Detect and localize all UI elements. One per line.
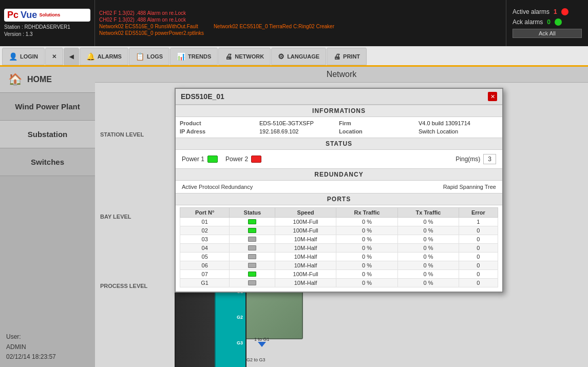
port-speed: 10M-Half (275, 261, 336, 270)
port-number: 06 (180, 261, 230, 270)
ports-table: Port N° Status Speed Rx Traffic Tx Traff… (180, 207, 498, 287)
popup-title: EDS510E_01 (181, 92, 224, 101)
sidebar: 🏠 HOME Wind Power Plant Substation Switc… (0, 67, 95, 367)
ack-alarms-label: Ack alarms (513, 18, 543, 26)
port-rx: 0 % (336, 235, 398, 244)
ack-alarms-row: Ack alarms 0 (513, 18, 582, 26)
product-value: EDS-510E-3GTXSFP (259, 120, 339, 126)
port-speed: 10M-Half (275, 244, 336, 253)
logo-area: PcVue Solutions Station : RDHDDASERVER1 … (0, 0, 95, 46)
power1-label: Power 1 (182, 156, 204, 163)
port-status-led (248, 272, 256, 277)
port-status-cell (230, 261, 275, 270)
port-speed: 10M-Half (275, 279, 336, 287)
user-info: User: ADMIN 02/12/14 18:23:57 (0, 327, 95, 367)
port-error: 0 (459, 270, 498, 279)
popup-close-button[interactable]: ✕ (488, 92, 497, 101)
ticker-line-2: CH02 F 1.3(02) .488 Alarm on re.Lock (99, 17, 502, 23)
port-rx: 0 % (336, 226, 398, 235)
port-status-cell (230, 235, 275, 244)
network-button[interactable]: 🖨 NETWORK (218, 48, 271, 65)
port-rx: 0 % (336, 270, 398, 279)
ticker-line-5: Network02 EDS510E_0 powerPower2.rptlinks (99, 30, 502, 36)
user-name: ADMIN (6, 342, 89, 352)
port-status-cell (230, 270, 275, 279)
table-row: 05 10M-Half 0 % 0 % 0 (180, 253, 498, 261)
arrow-label-1: 1 to G1 (254, 337, 270, 347)
chart-icon: 📊 (177, 52, 185, 61)
language-button[interactable]: ⚙ LANGUAGE (271, 48, 326, 65)
power2-item: Power 2 (225, 156, 261, 163)
ip-label: IP Adress (180, 128, 259, 134)
port-error: 0 (459, 235, 498, 244)
table-row: G1 10M-Half 0 % 0 % 0 (180, 279, 498, 287)
port-tx: 0 % (398, 235, 459, 244)
col-status: Status (230, 208, 275, 218)
home-button[interactable]: 🏠 HOME (0, 67, 95, 93)
power1-led (207, 156, 218, 163)
ip-value: 192.168.69.102 (259, 128, 339, 134)
alarm-panel: Active alarms 1 Ack alarms 0 Ack All (506, 0, 588, 46)
substation-button[interactable]: Substation (0, 121, 95, 148)
ack-all-button[interactable]: Ack All (513, 29, 582, 38)
ports-section: Port N° Status Speed Rx Traffic Tx Traff… (176, 205, 502, 292)
port-error: 0 (459, 261, 498, 270)
port-number: 03 (180, 235, 230, 244)
status-header: STATUS (176, 138, 502, 150)
power2-label: Power 2 (225, 156, 248, 163)
port-number: 04 (180, 244, 230, 253)
port-status-led (248, 219, 256, 224)
port-tx: 0 % (398, 261, 459, 270)
port-status-cell (230, 253, 275, 261)
ack-alarms-count: 0 (547, 18, 551, 26)
port-number: G1 (180, 279, 230, 287)
logs-button[interactable]: 📋 LOGS (129, 48, 169, 65)
back-button[interactable]: ◀ (64, 48, 79, 65)
port-speed: 100M-Full (275, 218, 336, 226)
login-button[interactable]: 👤 LOGIN (2, 48, 45, 65)
firm-value: V4.0 build 13091714 (419, 120, 498, 126)
port-error: 0 (459, 226, 498, 235)
switches-button[interactable]: Switches (0, 148, 95, 176)
logs-label: LOGS (147, 53, 163, 60)
ack-alarms-dot (555, 18, 562, 26)
port-number: 02 (180, 226, 230, 235)
port-tx: 0 % (398, 244, 459, 253)
port-rx: 0 % (336, 261, 398, 270)
port-tx: 0 % (398, 270, 459, 279)
moxa-g2-label: G2 (237, 315, 243, 320)
bay-level-label: BAY LEVEL (100, 214, 131, 220)
logo-solutions-text: Solutions (39, 12, 60, 17)
print-label: PRINT (343, 53, 360, 60)
alarms-button[interactable]: 🔔 ALARMS (80, 48, 128, 65)
logo-vue-text: Vue (21, 10, 37, 21)
nav-bar: 👤 LOGIN ✕ ◀ 🔔 ALARMS 📋 LOGS 📊 TRENDS 🖨 N… (0, 46, 588, 67)
port-number: 05 (180, 253, 230, 261)
active-alarms-dot (561, 8, 568, 15)
trends-button[interactable]: 📊 TRENDS (170, 48, 218, 65)
print-button[interactable]: 🖨 PRINT (327, 48, 367, 65)
port-number: 01 (180, 218, 230, 226)
table-row: 03 10M-Half 0 % 0 % 0 (180, 235, 498, 244)
close-button[interactable]: ✕ (45, 48, 63, 65)
port-tx: 0 % (398, 226, 459, 235)
alarm-ticker: CH02 F 1.3(02) .488 Alarm on re.Lock CH0… (95, 0, 506, 46)
moxa-g3-label: G3 (237, 340, 243, 345)
home-label: HOME (27, 75, 52, 84)
trends-label: TRENDS (188, 53, 211, 60)
wind-power-plant-button[interactable]: Wind Power Plant (0, 93, 95, 121)
port-speed: 10M-Half (275, 235, 336, 244)
back-arrow-icon: ◀ (69, 53, 73, 60)
bell-icon: 🔔 (86, 52, 95, 61)
ping-box: Ping(ms) 3 (456, 154, 496, 164)
table-row: 01 100M-Full 0 % 0 % 1 (180, 218, 498, 226)
top-bar: PcVue Solutions Station : RDHDDASERVER1 … (0, 0, 588, 46)
port-status-led (248, 245, 256, 250)
popup-title-bar: EDS510E_01 ✕ (176, 89, 502, 105)
port-status-cell (230, 218, 275, 226)
printer-icon: 🖨 (333, 52, 340, 61)
list-icon: 📋 (136, 52, 144, 61)
col-error: Error (459, 208, 498, 218)
substation-label: Substation (28, 130, 68, 139)
port-status-cell (230, 244, 275, 253)
